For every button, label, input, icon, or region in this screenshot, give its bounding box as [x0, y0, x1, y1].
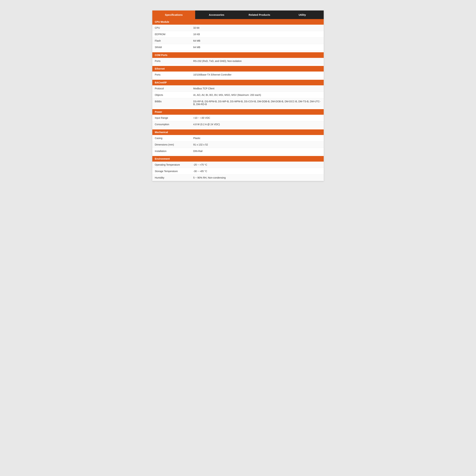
spec-row: Input Range+10 ~ +30 VDC	[152, 115, 324, 121]
tab-utility[interactable]: Utility	[281, 11, 324, 19]
main-container: SpecificationsAccessoriesRelated Product…	[152, 11, 324, 181]
spec-label: SRAM	[152, 44, 191, 51]
spec-label: Flash	[152, 38, 191, 44]
spec-label: Input Range	[152, 115, 191, 121]
spec-value: 64 MB	[191, 38, 324, 44]
spec-row: Storage Temperature-30 ~ +85 °C	[152, 168, 324, 174]
spec-row: PortsRS-232 (RxD, TxD, and GND); Non-iso…	[152, 58, 324, 64]
spec-row: CPU32-bit	[152, 25, 324, 31]
spec-value: RS-232 (RxD, TxD, and GND); Non-isolatio…	[191, 58, 324, 64]
spec-value: 4.8 W (0.2 A @ 24 VDC)	[191, 121, 324, 128]
spec-row: BIBBsDS-RP-B, DS-RPM-B, DS-WP-B, DS-WPM-…	[152, 98, 324, 107]
spec-value: 5 ~ 90% RH, Non-condensing	[191, 174, 324, 181]
spec-row: ObjectsAI, AO, AV, BI, BO, BV, MSI, MSO,…	[152, 92, 324, 98]
section-header-cpu-module: CPU Module	[152, 19, 324, 25]
section-header-com-ports: COM Ports	[152, 52, 324, 58]
spec-label: Installation	[152, 148, 191, 154]
spec-value: 91 x 132 x 52	[191, 141, 324, 148]
spec-label: CPU	[152, 25, 191, 31]
spec-label: EEPROM	[152, 31, 191, 38]
spec-value: 16 KB	[191, 31, 324, 38]
tab-related-products[interactable]: Related Products	[238, 11, 281, 19]
spec-value: 10/100Base-TX Ethernet Controller	[191, 71, 324, 78]
section-header-mechanical: Mechanical	[152, 129, 324, 135]
section-header-power: Power	[152, 109, 324, 115]
spec-row: ProtocolModbus TCP Client	[152, 85, 324, 92]
spec-label: Ports	[152, 71, 191, 78]
spec-label: BIBBs	[152, 98, 191, 107]
spec-value: +10 ~ +30 VDC	[191, 115, 324, 121]
spec-value: AI, AO, AV, BI, BO, BV, MSI, MSO, MSV (M…	[191, 92, 324, 98]
spec-row: Humidity5 ~ 90% RH, Non-condensing	[152, 174, 324, 181]
spec-row: InstallationDIN-Rail	[152, 148, 324, 154]
spec-label: Operating Temperature	[152, 162, 191, 168]
spec-row: SRAM64 MB	[152, 44, 324, 51]
spec-row: Ports10/100Base-TX Ethernet Controller	[152, 71, 324, 78]
section-header-bacnet-ip: BACnet/IP	[152, 80, 324, 85]
spec-label: Objects	[152, 92, 191, 98]
tab-specifications[interactable]: Specifications	[152, 11, 195, 19]
spec-row: Dimensions (mm)91 x 132 x 52	[152, 141, 324, 148]
spec-value: -25 ~ +75 °C	[191, 162, 324, 168]
spec-label: Consumption	[152, 121, 191, 128]
spec-row: Operating Temperature-25 ~ +75 °C	[152, 162, 324, 168]
spec-label: Dimensions (mm)	[152, 141, 191, 148]
spec-value: DS-RP-B, DS-RPM-B, DS-WP-B, DS-WPM-B, DS…	[191, 98, 324, 107]
spec-label: Storage Temperature	[152, 168, 191, 174]
tab-bar: SpecificationsAccessoriesRelated Product…	[152, 11, 324, 19]
section-header-ethernet: Ethernet	[152, 66, 324, 71]
spec-row: Flash64 MB	[152, 38, 324, 44]
spec-value: Modbus TCP Client	[191, 85, 324, 92]
spec-value: Plastic	[191, 135, 324, 141]
spec-label: Protocol	[152, 85, 191, 92]
spec-value: -30 ~ +85 °C	[191, 168, 324, 174]
spec-table: CPU ModuleCPU32-bitEEPROM16 KBFlash64 MB…	[152, 19, 324, 181]
spec-row: Consumption4.8 W (0.2 A @ 24 VDC)	[152, 121, 324, 128]
tab-accessories[interactable]: Accessories	[195, 11, 238, 19]
spec-label: Ports	[152, 58, 191, 64]
spec-row: CasingPlastic	[152, 135, 324, 141]
section-header-environment: Environment	[152, 156, 324, 162]
spec-label: Casing	[152, 135, 191, 141]
spec-row: EEPROM16 KB	[152, 31, 324, 38]
spec-label: Humidity	[152, 174, 191, 181]
spec-value: 64 MB	[191, 44, 324, 51]
spec-value: DIN-Rail	[191, 148, 324, 154]
spec-value: 32-bit	[191, 25, 324, 31]
